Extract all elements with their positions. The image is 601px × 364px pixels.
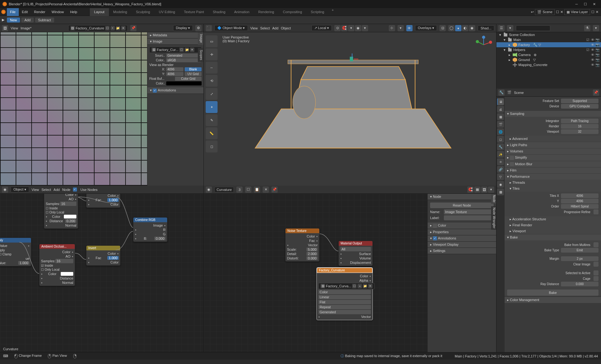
shading-dropdown[interactable]: Shad... [478, 25, 494, 31]
node-editor-mid[interactable]: Noise Texture Color Fac Vector Scale:5.0… [204, 194, 496, 352]
vp-menu-object[interactable]: Object [281, 26, 291, 30]
new-image-icon[interactable]: ＋ [110, 26, 115, 30]
ol-scene-collection[interactable]: ▾Scene Collection [496, 32, 601, 37]
shading-solid-icon[interactable]: ● [455, 25, 461, 31]
orientation-dropdown[interactable]: ↗ Local ▾ [311, 25, 332, 31]
gen-x-field[interactable]: 4096 [166, 67, 183, 71]
ptab-mesh[interactable]: ▽ [497, 173, 504, 180]
tool-transform[interactable]: ✦ [206, 101, 218, 113]
shading-rendered-icon[interactable]: ◉ [469, 25, 475, 31]
sec-advanced[interactable]: Advanced [505, 136, 601, 142]
outliner-new-coll-icon[interactable]: ▾ [593, 25, 599, 31]
use-nodes-check[interactable] [73, 187, 77, 192]
minimize-button[interactable]: ─ [574, 2, 579, 6]
tab-layout[interactable]: Layout [90, 8, 109, 16]
ptab-physics[interactable]: ⚛ [497, 158, 504, 165]
ptab-material[interactable]: ◉ [497, 181, 504, 188]
ol-main[interactable]: ▾Main☑👁📷 [496, 37, 601, 42]
bake-multires-check[interactable] [593, 242, 598, 247]
tiles-x-field[interactable]: 4096 [561, 193, 598, 198]
tab-image-vert[interactable]: Image [198, 32, 203, 45]
ptab-output[interactable]: 🖨 [497, 106, 504, 113]
node-backdrop-icon[interactable]: 🖼 [481, 187, 487, 193]
btn-add[interactable]: Add [21, 18, 34, 23]
sec-simplify[interactable]: Simplify [505, 155, 601, 161]
tool-move[interactable]: ↔ [206, 62, 218, 74]
sec-motion-blur[interactable]: Motion Blur [505, 161, 601, 167]
node-label-field[interactable] [444, 215, 494, 220]
tool-add-cube[interactable]: ◻ [206, 141, 218, 152]
panel-annotations-img[interactable]: Annotations [147, 87, 203, 94]
prop-edit-icon[interactable]: ◉ [355, 25, 361, 31]
image-users-icon[interactable]: ☐ [105, 26, 110, 30]
snap-icon[interactable]: 🧲 [341, 25, 347, 31]
material-slot-icon[interactable]: ◉ [206, 187, 212, 193]
node-invert[interactable]: Invert Color Fac1.000 Color [86, 245, 121, 266]
vp-menu-select[interactable]: Select [260, 26, 270, 30]
source-dropdown[interactable]: Generated [166, 54, 202, 58]
open-image-icon[interactable]: 📁 [116, 26, 120, 30]
menu-window[interactable]: Window [49, 8, 67, 16]
ol-helpers[interactable]: ▾Helpers☑👁📷 [496, 47, 601, 52]
npanel-node[interactable]: Node [428, 194, 496, 200]
gen-y-field[interactable]: 4096 [166, 72, 183, 76]
navigation-gizmo[interactable] [474, 35, 493, 54]
sec-accel[interactable]: Acceleration Structure [505, 216, 601, 222]
mode-dropdown[interactable]: 🔷 Object Mode ▾ [214, 25, 248, 31]
img-menu-image[interactable]: Image* [21, 26, 32, 30]
tab-texture-paint[interactable]: Texture Paint [179, 8, 208, 16]
display-channels[interactable]: Display ▾ [173, 25, 193, 31]
tab-uv-editing[interactable]: UV Editing [154, 8, 179, 16]
image-datablock[interactable]: 🖼 Factory_Curvature ☐ ＋ 📁 ✕ [68, 25, 128, 31]
editor-type-outliner-icon[interactable]: ☰ [498, 25, 505, 31]
gizmo-dropdown-icon[interactable]: ▾ [398, 25, 404, 31]
back-to-prev-icon[interactable]: ↩ [531, 10, 534, 14]
xray-icon[interactable]: ⊡ [439, 25, 446, 31]
prop-type-icon[interactable]: ▾ [362, 25, 368, 31]
unlink-image-icon[interactable]: ✕ [121, 26, 126, 30]
pivot-icon[interactable]: ⊙ [334, 25, 341, 31]
ptab-scene[interactable]: 🎬 [497, 121, 504, 128]
node-frag-fac[interactable]: Color Fac1.000 Color [86, 194, 121, 208]
outliner-filter-icon[interactable]: ⚗ [584, 25, 590, 31]
ptab-texture[interactable]: ▩ [497, 188, 504, 195]
node-material-output[interactable]: Material Output All Surface Volume Displ… [338, 241, 373, 266]
menu-help[interactable]: Help [67, 8, 80, 16]
tab-scripting[interactable]: Scripting [306, 8, 329, 16]
outliner[interactable]: ▾Scene Collection ▾Main☑👁📷 ▸Factory🔧 ▽👁📷… [496, 32, 601, 89]
node-menu-select[interactable]: Select [42, 188, 51, 192]
tool-cursor[interactable]: ✛ [206, 49, 218, 60]
properties-body[interactable]: Feature SetSupported DeviceGPU Compute S… [505, 97, 601, 352]
blank-button[interactable]: Blank [185, 67, 202, 71]
snap-type-icon[interactable]: ▾ [348, 25, 354, 31]
sec-light-paths[interactable]: Light Paths [505, 142, 601, 148]
prop-pin-icon[interactable]: 📌 [593, 90, 599, 96]
panel-image[interactable]: Image [147, 38, 203, 45]
tile-order-dropdown[interactable]: Hilbert Spiral [561, 204, 598, 209]
ptab-constraint[interactable]: 🔗 [497, 166, 504, 173]
sec-performance[interactable]: Performance [505, 174, 601, 180]
node-editor-left[interactable]: ply Value tiply Clamp ue alue:1.000 Colo… [0, 194, 203, 352]
tab-rendering[interactable]: Rendering [254, 8, 279, 16]
node-combine-rgb[interactable]: Combine RGB Image R G B:0.000 [133, 217, 167, 242]
gizmo-toggle-icon[interactable]: ⊹ [389, 25, 395, 31]
ptab-modifier[interactable]: 🔧 [497, 143, 504, 150]
mat-copy-icon[interactable]: 📋 [254, 187, 260, 193]
ol-camera[interactable]: ▸Camera⊛👁📷 [496, 52, 601, 57]
clear-image-check[interactable] [593, 262, 598, 267]
ptab-particle[interactable]: ✨ [497, 151, 504, 158]
npanel-settings[interactable]: Settings [428, 248, 496, 254]
npanel-annotations[interactable]: Annotations [428, 235, 496, 242]
node-name-field[interactable]: Image Texture [444, 209, 494, 214]
btn-subtract[interactable]: Subtract [35, 18, 54, 23]
mat-unlink-icon[interactable]: ✕ [263, 187, 269, 193]
editor-type-shader-icon[interactable]: ◉ [2, 187, 8, 193]
editor-type-properties-icon[interactable]: 🔧 [498, 90, 505, 96]
viewlayer-delete-icon[interactable]: ✕ [596, 10, 598, 14]
colorspace-dropdown[interactable]: sRGB [166, 58, 202, 62]
device-dropdown[interactable]: GPU Compute [561, 104, 598, 109]
node-multiply-partial[interactable]: ply Value tiply Clamp ue alue:1.000 [0, 238, 31, 266]
node-snap-icon[interactable]: 🧲 [467, 187, 474, 193]
pin-image-icon[interactable]: 📌 [130, 25, 136, 31]
ptab-object[interactable]: ◻ [497, 136, 504, 143]
